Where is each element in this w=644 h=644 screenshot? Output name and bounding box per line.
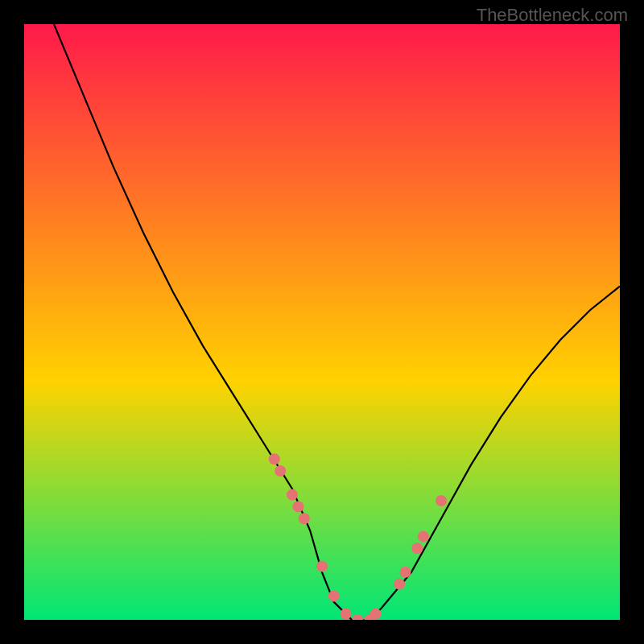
data-marker <box>316 560 328 572</box>
data-marker <box>292 501 303 512</box>
watermark-text: TheBottleneck.com <box>477 5 628 26</box>
data-marker <box>328 590 340 601</box>
data-marker <box>287 489 298 501</box>
plot-background <box>24 24 620 620</box>
data-marker <box>400 567 411 578</box>
data-marker <box>341 609 352 620</box>
data-marker <box>436 495 447 506</box>
chart-svg <box>0 0 644 644</box>
data-marker <box>411 543 423 554</box>
chart-frame: TheBottleneck.com <box>0 0 644 644</box>
data-marker <box>418 530 429 542</box>
data-marker <box>394 579 405 590</box>
data-marker <box>370 609 382 620</box>
data-marker <box>269 453 280 464</box>
data-marker <box>275 465 286 477</box>
data-marker <box>299 513 310 524</box>
